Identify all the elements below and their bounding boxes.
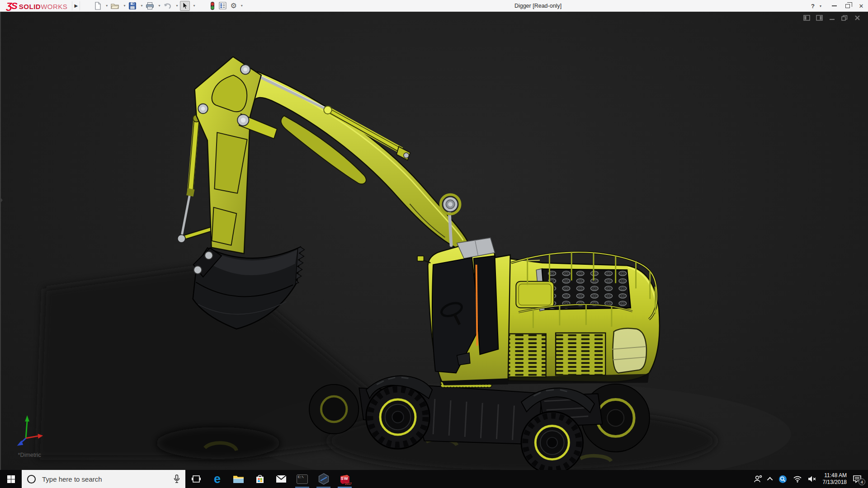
start-button[interactable] — [0, 470, 22, 488]
select-tool-button[interactable] — [180, 1, 190, 11]
dropdown-caret-icon[interactable]: ▾ — [176, 4, 178, 8]
document-title: Digger [Read-only] — [514, 0, 561, 12]
chevron-up-icon — [767, 477, 773, 483]
ds-logo-icon: ƷS — [6, 0, 17, 11]
minimize-button[interactable] — [827, 0, 841, 12]
bucket-cylinder[interactable] — [181, 115, 200, 237]
undo-icon — [163, 2, 172, 10]
options-button[interactable]: ⚙ — [229, 1, 237, 11]
select-cursor-icon — [181, 2, 189, 10]
print-icon — [146, 2, 154, 10]
solidworks-button[interactable]: SW 2017 — [334, 470, 355, 488]
dropdown-caret-icon[interactable]: ▾ — [106, 4, 108, 8]
mail-button[interactable] — [270, 470, 292, 488]
file-explorer-icon — [233, 474, 244, 484]
help-caret-icon[interactable]: ▾ — [820, 4, 825, 8]
operator-cab[interactable] — [417, 238, 510, 385]
store-button[interactable] — [249, 470, 270, 488]
store-icon — [255, 474, 265, 484]
pane-left-icon[interactable] — [803, 14, 810, 21]
hidden-icons-chevron[interactable] — [769, 477, 773, 481]
boom-arm[interactable] — [250, 71, 468, 250]
window-controls: ? ▾ ✕ — [807, 0, 868, 12]
edge-button[interactable]: e — [207, 470, 228, 488]
doc-close-icon[interactable] — [854, 14, 861, 21]
dropdown-caret-icon[interactable]: ▾ — [141, 4, 142, 8]
document-window-controls — [803, 14, 861, 21]
tray-date: 7/13/2018 — [823, 479, 847, 486]
title-bar: ƷS SOLID WORKS ▶ ▾ ▾ ▾ — [0, 0, 868, 12]
gear-icon: ⚙ — [230, 2, 236, 9]
undo-button[interactable] — [162, 1, 173, 11]
dropdown-caret-icon[interactable]: ▾ — [158, 4, 160, 8]
windows-logo-icon — [7, 475, 15, 483]
hexagon-app-icon — [318, 473, 329, 485]
windows-taskbar: Type here to search e — [0, 470, 868, 488]
front-wheel[interactable] — [366, 385, 429, 449]
mail-icon — [276, 475, 287, 483]
minimize-icon — [832, 5, 837, 6]
rear-window[interactable] — [613, 328, 646, 373]
tray-time: 11:48 AM — [823, 472, 847, 479]
defender-icon[interactable] — [778, 475, 787, 483]
edge-icon: e — [214, 472, 221, 486]
rebuild-traffic-light-button[interactable] — [209, 1, 216, 11]
action-center-button[interactable]: 4 — [853, 475, 862, 483]
microphone-icon[interactable] — [174, 474, 180, 483]
clock[interactable]: 11:48 AM 7/13/2018 — [823, 472, 847, 486]
command-prompt-icon: C:\ — [297, 474, 308, 484]
cortana-icon — [27, 475, 36, 483]
main-toolbar: ▾ ▾ ▾ ▾ — [93, 0, 245, 12]
pane-right-icon[interactable] — [816, 14, 823, 21]
print-button[interactable] — [145, 1, 155, 11]
graphics-viewport[interactable]: *Dimetric — [0, 12, 868, 470]
restore-button[interactable] — [841, 0, 854, 12]
task-view-button[interactable] — [185, 470, 207, 488]
hexagon-app-button[interactable] — [313, 470, 334, 488]
solidworks-2017-icon: SW 2017 — [340, 474, 350, 484]
traffic-light-icon — [210, 1, 215, 10]
rear-far-wheel[interactable] — [309, 385, 359, 434]
wifi-icon[interactable] — [793, 475, 802, 483]
open-icon — [111, 2, 119, 10]
restore-icon — [845, 4, 850, 8]
rear-wheel[interactable] — [521, 412, 583, 470]
close-button[interactable]: ✕ — [854, 0, 868, 12]
dropdown-caret-icon[interactable]: ▾ — [241, 4, 243, 8]
doc-restore-icon[interactable] — [841, 14, 848, 21]
command-prompt-button[interactable]: C:\ — [292, 470, 313, 488]
properties-icon — [219, 2, 226, 9]
properties-button[interactable] — [218, 1, 227, 11]
system-tray: 11:48 AM 7/13/2018 4 — [754, 472, 868, 486]
model-scene: *Dimetric — [0, 12, 868, 470]
new-document-icon — [94, 2, 102, 10]
solidworks-logo: ƷS SOLID WORKS — [0, 0, 67, 11]
volume-muted-icon[interactable] — [808, 475, 817, 483]
file-explorer-button[interactable] — [228, 470, 249, 488]
toolbar-flyout-arrow[interactable]: ▶ — [72, 1, 80, 10]
radiator-grille-right[interactable] — [556, 333, 605, 375]
mirror — [417, 256, 424, 261]
notification-badge: 4 — [859, 479, 865, 485]
open-button[interactable] — [110, 1, 120, 11]
search-placeholder: Type here to search — [42, 475, 174, 483]
deck-hatch[interactable] — [516, 282, 554, 308]
taskbar-search[interactable]: Type here to search — [22, 470, 185, 488]
task-view-icon — [191, 474, 201, 484]
people-icon[interactable] — [754, 475, 763, 483]
dropdown-caret-icon[interactable]: ▾ — [123, 4, 125, 8]
dropdown-caret-icon[interactable]: ▾ — [193, 4, 195, 8]
new-document-button[interactable] — [93, 1, 103, 11]
save-icon — [128, 2, 137, 10]
save-button[interactable] — [127, 1, 137, 11]
help-button[interactable]: ? — [807, 0, 818, 12]
doc-minimize-icon[interactable] — [828, 14, 835, 21]
orientation-label: *Dimetric — [18, 452, 41, 458]
selected-edge-highlight[interactable] — [476, 265, 477, 346]
